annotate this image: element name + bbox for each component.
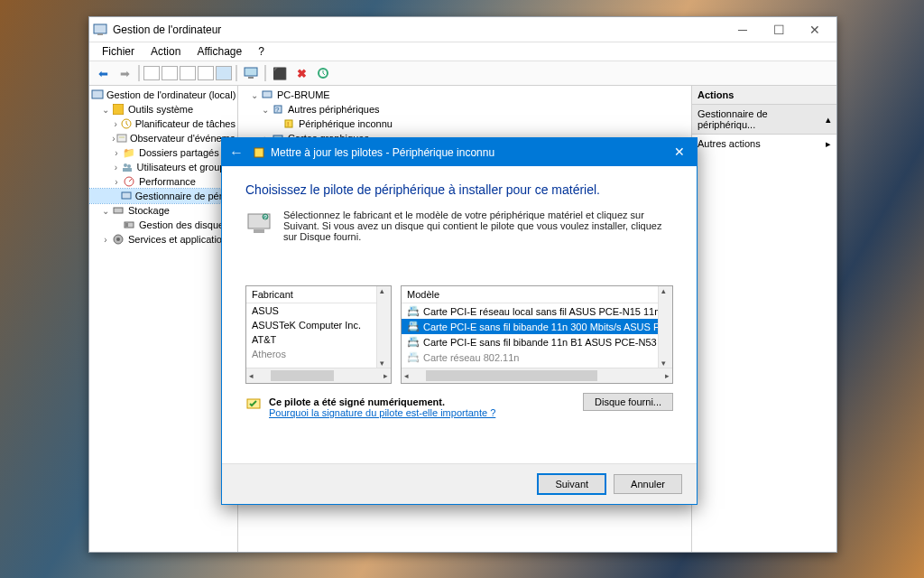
svg-rect-0 (94, 24, 106, 33)
svg-rect-29 (254, 229, 264, 233)
cert-icon: 📇 (407, 351, 420, 363)
dialog-footer: Suivant Annuler (222, 463, 697, 504)
tree-eventviewer[interactable]: ›Observateur d'événeme (89, 131, 237, 145)
menu-help[interactable]: ? (251, 44, 272, 59)
svg-rect-21 (263, 91, 272, 98)
svg-point-11 (127, 164, 131, 168)
list-item[interactable]: Atheros (246, 347, 391, 361)
svg-rect-3 (248, 77, 254, 79)
dev-other[interactable]: ⌄?Autres périphériques (238, 102, 691, 117)
menubar: Fichier Action Affichage ? (89, 42, 836, 61)
app-icon (93, 23, 107, 37)
tree-scheduler[interactable]: ›Planificateur de tâches (89, 117, 237, 131)
tree-tools[interactable]: ⌄Outils système (89, 102, 237, 117)
toolbar: ⬅ ➡ ⬛ ✖ (89, 61, 836, 86)
dev-root[interactable]: ⌄PC-BRUME (238, 88, 691, 102)
left-tree: Gestion de l'ordinateur (local) ⌄Outils … (89, 86, 238, 552)
device-icon (253, 146, 265, 159)
tree-diskmgr[interactable]: Gestion des disques (89, 218, 237, 232)
svg-text:?: ? (275, 106, 280, 114)
list-item[interactable]: 📇Carte PCI-E réseau local sans fil ASUS … (402, 303, 672, 319)
monitor-icon[interactable] (241, 63, 261, 83)
svg-rect-1 (97, 33, 103, 35)
scan-icon[interactable]: ⬛ (270, 63, 290, 83)
actions-pane: Actions Gestionnaire de périphériqu...▴ … (692, 86, 836, 552)
dialog-titlebar: ← Mettre à jour les pilotes - Périphériq… (222, 138, 697, 166)
scrollbar-h[interactable]: ◂▸ (246, 368, 391, 383)
manufacturer-list[interactable]: Fabricant ASUS ASUSTeK Computer Inc. AT&… (245, 285, 392, 384)
view-icon-5[interactable] (216, 66, 232, 80)
list-item[interactable]: 📇Carte réseau 802.11n (402, 350, 672, 365)
svg-rect-5 (92, 90, 103, 98)
svg-rect-2 (245, 68, 257, 76)
tree-perf[interactable]: ›Performance (89, 174, 237, 189)
signature-link[interactable]: Pourquoi la signature du pilote est-elle… (269, 407, 495, 418)
maximize-button[interactable]: ☐ (761, 20, 797, 40)
view-icon-3[interactable] (180, 66, 196, 80)
list-item[interactable]: AT&T (246, 332, 391, 347)
tree-users[interactable]: ›Utilisateurs et groupes (89, 160, 237, 174)
cert-icon: 📇 (407, 305, 420, 317)
view-icon-2[interactable] (162, 66, 178, 80)
toolbar-sep (236, 65, 237, 81)
cert-icon: 📇 (407, 321, 420, 332)
cancel-button[interactable]: Annuler (614, 474, 682, 494)
scrollbar-h[interactable]: ◂▸ (402, 368, 672, 383)
svg-text:?: ? (263, 214, 267, 220)
list-item[interactable]: 📇Carte PCI-E sans fil bibande 11n B1 ASU… (402, 334, 672, 350)
dialog-title: Mettre à jour les pilotes - Périphérique… (271, 146, 494, 159)
model-list[interactable]: Modèle 📇Carte PCI-E réseau local sans fi… (401, 285, 673, 384)
chevron-up-icon: ▴ (826, 114, 831, 126)
back-icon[interactable]: ⬅ (93, 63, 113, 83)
list-item[interactable]: 📇Carte PCI-E sans fil bibande 11n 300 Mb… (402, 319, 672, 334)
tree-shared[interactable]: ›📁Dossiers partagés (89, 145, 237, 160)
close-button[interactable]: ✕ (797, 20, 833, 40)
back-arrow-icon[interactable]: ← (229, 144, 244, 161)
chevron-right-icon: ▸ (826, 138, 831, 150)
titlebar: Gestion de l'ordinateur ─ ☐ ✕ (89, 17, 836, 42)
dev-unknown[interactable]: !Périphérique inconnu (238, 117, 691, 131)
menu-action[interactable]: Action (143, 44, 188, 59)
tree-services[interactable]: ›Services et applications (89, 232, 237, 247)
menu-view[interactable]: Affichage (189, 44, 249, 59)
forward-icon[interactable]: ➡ (115, 63, 134, 83)
model-head: Modèle (402, 286, 672, 303)
svg-rect-12 (123, 168, 132, 172)
svg-text:!: ! (287, 120, 289, 128)
cert-icon: 📇 (407, 336, 420, 348)
actions-selected[interactable]: Gestionnaire de périphériqu...▴ (692, 105, 836, 135)
disk-button[interactable]: Disque fourni... (583, 393, 673, 411)
delete-icon[interactable]: ✖ (291, 63, 311, 83)
list-item[interactable]: ASUSTeK Computer Inc. (246, 318, 391, 332)
window-title: Gestion de l'ordinateur (113, 23, 725, 36)
signed-icon (245, 396, 262, 413)
scrollbar-v[interactable] (376, 286, 391, 368)
update-icon[interactable] (313, 63, 333, 83)
toolbar-sep (138, 65, 140, 81)
actions-more[interactable]: Autres actions▸ (692, 135, 836, 154)
next-button[interactable]: Suivant (537, 473, 606, 495)
menu-file[interactable]: Fichier (95, 44, 142, 59)
actions-head: Actions (692, 86, 836, 105)
svg-rect-8 (117, 135, 126, 142)
svg-rect-18 (125, 223, 128, 227)
hardware-icon: ? (245, 210, 273, 237)
scrollbar-v[interactable] (658, 286, 672, 368)
svg-point-10 (124, 163, 127, 167)
dialog-close-button[interactable]: ✕ (664, 140, 695, 163)
tree-devicemgr[interactable]: Gestionnaire de périph (89, 189, 237, 203)
signed-text: Ce pilote a été signé numériquement. (269, 396, 495, 407)
view-icon-1[interactable] (143, 66, 160, 80)
tree-storage[interactable]: ⌄Stockage (89, 203, 237, 218)
list-item[interactable]: ASUS (246, 303, 391, 318)
dialog-description: Sélectionnez le fabricant et le modèle d… (283, 210, 673, 242)
dialog-heading: Choisissez le pilote de périphérique à i… (245, 182, 673, 197)
driver-dialog: ← Mettre à jour les pilotes - Périphériq… (221, 137, 698, 505)
svg-rect-27 (254, 148, 263, 157)
svg-rect-16 (114, 208, 123, 213)
view-icon-4[interactable] (198, 66, 214, 80)
manufacturer-head: Fabricant (246, 286, 391, 303)
tree-root[interactable]: Gestion de l'ordinateur (local) (89, 88, 237, 102)
svg-point-20 (116, 238, 120, 241)
minimize-button[interactable]: ─ (725, 20, 761, 40)
